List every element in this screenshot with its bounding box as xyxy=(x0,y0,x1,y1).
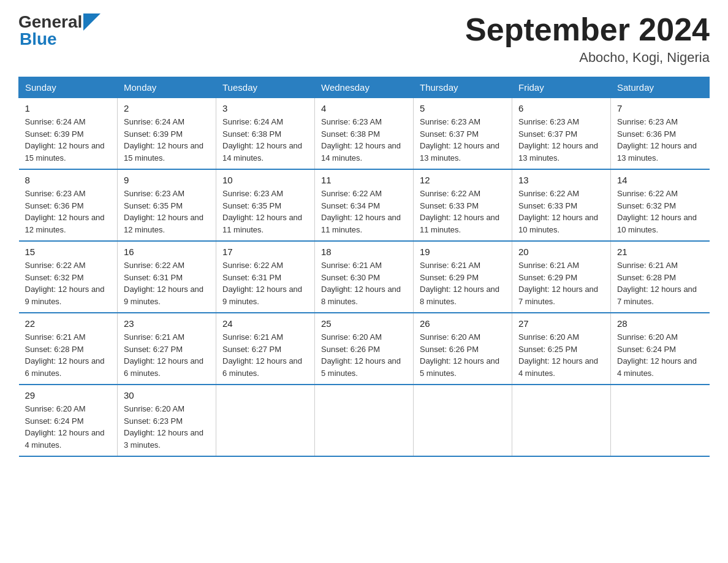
calendar-week-row: 29Sunrise: 6:20 AMSunset: 6:24 PMDayligh… xyxy=(19,385,710,456)
day-info: Sunrise: 6:21 AMSunset: 6:30 PMDaylight:… xyxy=(321,259,407,307)
calendar-cell: 15Sunrise: 6:22 AMSunset: 6:32 PMDayligh… xyxy=(19,241,118,313)
weekday-header-wednesday: Wednesday xyxy=(315,77,414,98)
calendar-cell: 29Sunrise: 6:20 AMSunset: 6:24 PMDayligh… xyxy=(19,385,118,456)
calendar-cell: 5Sunrise: 6:23 AMSunset: 6:37 PMDaylight… xyxy=(414,98,512,170)
calendar-cell: 16Sunrise: 6:22 AMSunset: 6:31 PMDayligh… xyxy=(118,241,216,313)
day-number: 5 xyxy=(420,103,506,113)
calendar-week-row: 15Sunrise: 6:22 AMSunset: 6:32 PMDayligh… xyxy=(19,241,710,313)
calendar-cell: 19Sunrise: 6:21 AMSunset: 6:29 PMDayligh… xyxy=(414,241,512,313)
day-info: Sunrise: 6:24 AMSunset: 6:39 PMDaylight:… xyxy=(25,116,112,164)
calendar-cell: 26Sunrise: 6:20 AMSunset: 6:26 PMDayligh… xyxy=(414,313,512,385)
calendar-cell: 27Sunrise: 6:20 AMSunset: 6:25 PMDayligh… xyxy=(512,313,611,385)
calendar-cell: 9Sunrise: 6:23 AMSunset: 6:35 PMDaylight… xyxy=(118,169,216,241)
day-info: Sunrise: 6:20 AMSunset: 6:23 PMDaylight:… xyxy=(124,403,210,451)
day-info: Sunrise: 6:22 AMSunset: 6:31 PMDaylight:… xyxy=(222,259,308,307)
day-info: Sunrise: 6:23 AMSunset: 6:35 PMDaylight:… xyxy=(222,188,308,236)
day-info: Sunrise: 6:20 AMSunset: 6:24 PMDaylight:… xyxy=(617,331,703,379)
day-number: 25 xyxy=(321,318,407,329)
calendar-cell xyxy=(315,385,414,456)
day-info: Sunrise: 6:22 AMSunset: 6:32 PMDaylight:… xyxy=(25,259,112,307)
day-number: 20 xyxy=(518,247,604,257)
day-info: Sunrise: 6:21 AMSunset: 6:29 PMDaylight:… xyxy=(518,259,604,307)
calendar-week-row: 8Sunrise: 6:23 AMSunset: 6:36 PMDaylight… xyxy=(19,169,710,241)
calendar-cell: 2Sunrise: 6:24 AMSunset: 6:39 PMDaylight… xyxy=(118,98,216,170)
day-number: 11 xyxy=(321,175,407,185)
day-number: 18 xyxy=(321,247,407,257)
day-number: 22 xyxy=(25,318,112,329)
day-info: Sunrise: 6:23 AMSunset: 6:35 PMDaylight:… xyxy=(124,188,210,236)
calendar-cell: 20Sunrise: 6:21 AMSunset: 6:29 PMDayligh… xyxy=(512,241,611,313)
day-number: 27 xyxy=(518,318,604,329)
day-info: Sunrise: 6:22 AMSunset: 6:34 PMDaylight:… xyxy=(321,188,407,236)
day-number: 4 xyxy=(321,103,407,113)
day-number: 24 xyxy=(222,318,308,329)
calendar-cell: 18Sunrise: 6:21 AMSunset: 6:30 PMDayligh… xyxy=(315,241,414,313)
calendar-cell: 14Sunrise: 6:22 AMSunset: 6:32 PMDayligh… xyxy=(611,169,710,241)
calendar-cell: 6Sunrise: 6:23 AMSunset: 6:37 PMDaylight… xyxy=(512,98,611,170)
weekday-header-saturday: Saturday xyxy=(611,77,710,98)
weekday-header-tuesday: Tuesday xyxy=(216,77,315,98)
logo-blue: Blue xyxy=(18,29,57,49)
day-number: 28 xyxy=(617,318,703,329)
day-number: 17 xyxy=(222,247,308,257)
weekday-header-monday: Monday xyxy=(118,77,216,98)
day-number: 12 xyxy=(420,175,506,185)
calendar-cell: 4Sunrise: 6:23 AMSunset: 6:38 PMDaylight… xyxy=(315,98,414,170)
day-info: Sunrise: 6:20 AMSunset: 6:26 PMDaylight:… xyxy=(420,331,506,379)
calendar-cell: 22Sunrise: 6:21 AMSunset: 6:28 PMDayligh… xyxy=(19,313,118,385)
day-info: Sunrise: 6:22 AMSunset: 6:33 PMDaylight:… xyxy=(518,188,604,236)
calendar-cell xyxy=(512,385,611,456)
day-info: Sunrise: 6:21 AMSunset: 6:27 PMDaylight:… xyxy=(222,331,308,379)
weekday-header-row: SundayMondayTuesdayWednesdayThursdayFrid… xyxy=(19,77,710,98)
day-info: Sunrise: 6:21 AMSunset: 6:29 PMDaylight:… xyxy=(420,259,506,307)
calendar-cell: 11Sunrise: 6:22 AMSunset: 6:34 PMDayligh… xyxy=(315,169,414,241)
calendar-cell xyxy=(216,385,315,456)
day-number: 26 xyxy=(420,318,506,329)
day-number: 1 xyxy=(25,103,112,113)
calendar-week-row: 22Sunrise: 6:21 AMSunset: 6:28 PMDayligh… xyxy=(19,313,710,385)
month-year-title: September 2024 xyxy=(465,12,710,47)
calendar-cell: 12Sunrise: 6:22 AMSunset: 6:33 PMDayligh… xyxy=(414,169,512,241)
day-number: 29 xyxy=(25,390,112,400)
calendar-cell: 8Sunrise: 6:23 AMSunset: 6:36 PMDaylight… xyxy=(19,169,118,241)
day-info: Sunrise: 6:22 AMSunset: 6:33 PMDaylight:… xyxy=(420,188,506,236)
day-info: Sunrise: 6:21 AMSunset: 6:28 PMDaylight:… xyxy=(617,259,703,307)
day-info: Sunrise: 6:20 AMSunset: 6:25 PMDaylight:… xyxy=(518,331,604,379)
weekday-header-sunday: Sunday xyxy=(19,77,118,98)
day-info: Sunrise: 6:23 AMSunset: 6:36 PMDaylight:… xyxy=(617,116,703,164)
calendar-cell xyxy=(414,385,512,456)
day-info: Sunrise: 6:21 AMSunset: 6:28 PMDaylight:… xyxy=(25,331,112,379)
day-info: Sunrise: 6:23 AMSunset: 6:38 PMDaylight:… xyxy=(321,116,407,164)
day-number: 15 xyxy=(25,247,112,257)
calendar-cell: 21Sunrise: 6:21 AMSunset: 6:28 PMDayligh… xyxy=(611,241,710,313)
day-info: Sunrise: 6:22 AMSunset: 6:32 PMDaylight:… xyxy=(617,188,703,236)
calendar-cell: 1Sunrise: 6:24 AMSunset: 6:39 PMDaylight… xyxy=(19,98,118,170)
day-info: Sunrise: 6:23 AMSunset: 6:37 PMDaylight:… xyxy=(420,116,506,164)
calendar-cell: 17Sunrise: 6:22 AMSunset: 6:31 PMDayligh… xyxy=(216,241,315,313)
day-number: 23 xyxy=(124,318,210,329)
day-number: 19 xyxy=(420,247,506,257)
day-number: 6 xyxy=(518,103,604,113)
logo-area: General Blue xyxy=(18,12,100,49)
calendar-cell: 10Sunrise: 6:23 AMSunset: 6:35 PMDayligh… xyxy=(216,169,315,241)
calendar-cell xyxy=(611,385,710,456)
calendar-week-row: 1Sunrise: 6:24 AMSunset: 6:39 PMDaylight… xyxy=(19,98,710,170)
day-number: 8 xyxy=(25,175,112,185)
calendar-cell: 3Sunrise: 6:24 AMSunset: 6:38 PMDaylight… xyxy=(216,98,315,170)
day-number: 21 xyxy=(617,247,703,257)
location-title: Abocho, Kogi, Nigeria xyxy=(465,50,710,66)
header: General Blue September 2024 Abocho, Kogi… xyxy=(18,12,710,66)
weekday-header-friday: Friday xyxy=(512,77,611,98)
day-number: 9 xyxy=(124,175,210,185)
calendar-cell: 25Sunrise: 6:20 AMSunset: 6:26 PMDayligh… xyxy=(315,313,414,385)
calendar-cell: 7Sunrise: 6:23 AMSunset: 6:36 PMDaylight… xyxy=(611,98,710,170)
day-info: Sunrise: 6:22 AMSunset: 6:31 PMDaylight:… xyxy=(124,259,210,307)
calendar-cell: 23Sunrise: 6:21 AMSunset: 6:27 PMDayligh… xyxy=(118,313,216,385)
day-number: 14 xyxy=(617,175,703,185)
day-number: 16 xyxy=(124,247,210,257)
day-info: Sunrise: 6:24 AMSunset: 6:39 PMDaylight:… xyxy=(124,116,210,164)
calendar-cell: 30Sunrise: 6:20 AMSunset: 6:23 PMDayligh… xyxy=(118,385,216,456)
day-info: Sunrise: 6:24 AMSunset: 6:38 PMDaylight:… xyxy=(222,116,308,164)
day-number: 3 xyxy=(222,103,308,113)
day-info: Sunrise: 6:20 AMSunset: 6:24 PMDaylight:… xyxy=(25,403,112,451)
